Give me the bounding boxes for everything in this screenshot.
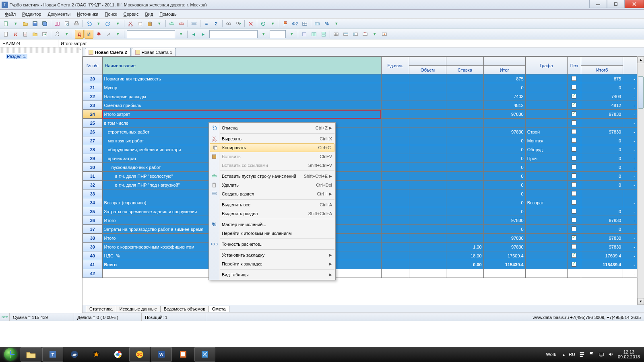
cell-itogb[interactable]: 0 bbox=[581, 154, 623, 163]
minimize-button[interactable] bbox=[589, 0, 607, 8]
equals-icon[interactable]: = bbox=[202, 19, 211, 28]
cell-last[interactable]: - bbox=[623, 243, 637, 251]
preview-icon[interactable] bbox=[62, 19, 71, 28]
cell-grafa[interactable] bbox=[525, 243, 567, 251]
maximize-button[interactable] bbox=[607, 0, 625, 8]
cell-itog[interactable]: 0 bbox=[483, 145, 525, 154]
tray-action-center-icon[interactable] bbox=[579, 352, 585, 357]
cell-last[interactable]: - bbox=[623, 136, 637, 145]
ctx-item-14[interactable]: %Мастер начислений... bbox=[209, 220, 335, 229]
col-grafa[interactable]: Графа bbox=[525, 57, 567, 74]
cell-rate[interactable] bbox=[446, 189, 483, 198]
sum-icon[interactable]: Σ bbox=[212, 19, 221, 28]
cell-ck[interactable] bbox=[567, 251, 581, 260]
cell-itogb[interactable] bbox=[581, 189, 623, 198]
cell-unit[interactable] bbox=[381, 74, 409, 83]
cell-vol[interactable] bbox=[409, 207, 446, 216]
ctx-item-7[interactable]: Вставить пустую строку начисленийShift+C… bbox=[209, 172, 335, 181]
cell-itog[interactable]: 0 bbox=[483, 163, 525, 172]
cell-itog[interactable] bbox=[483, 269, 525, 278]
taskbar-snip[interactable] bbox=[194, 347, 215, 362]
sheet-tab-1[interactable]: Исходные данные bbox=[116, 306, 161, 312]
row-num[interactable]: 37 bbox=[83, 225, 103, 234]
cell-grafa[interactable] bbox=[525, 225, 567, 234]
cell-grafa[interactable] bbox=[525, 101, 567, 110]
cell-vol[interactable] bbox=[409, 145, 446, 154]
cell-vol[interactable] bbox=[409, 251, 446, 260]
tray-network-icon[interactable] bbox=[599, 352, 604, 357]
phi2-icon[interactable]: Φ2 bbox=[291, 19, 299, 28]
cell-last[interactable]: - bbox=[623, 225, 637, 234]
cell-last[interactable]: - bbox=[623, 74, 637, 83]
cell-vol[interactable] bbox=[409, 225, 446, 234]
extra6-icon[interactable] bbox=[351, 30, 360, 39]
cell-itog[interactable]: 97830 bbox=[483, 110, 525, 119]
cell-rate[interactable] bbox=[446, 92, 483, 101]
combo3-dropdown[interactable]: ▾ bbox=[287, 30, 296, 39]
cell-last[interactable]: - bbox=[623, 207, 637, 216]
book-icon[interactable] bbox=[53, 19, 62, 28]
ctx-item-3[interactable]: КопироватьCtrl+C bbox=[210, 143, 334, 152]
cell-rate[interactable] bbox=[446, 101, 483, 110]
row-num[interactable]: 27 bbox=[83, 136, 103, 145]
taskbar-explorer[interactable] bbox=[21, 347, 41, 362]
cell-grafa[interactable]: Возврат bbox=[525, 198, 567, 207]
extra4-icon[interactable] bbox=[332, 30, 341, 39]
cell-ck[interactable] bbox=[567, 189, 581, 198]
ctx-item-17[interactable]: +0.0Точность расчетов... bbox=[209, 240, 335, 249]
col-unit[interactable]: Ед.изм. bbox=[381, 57, 409, 74]
menu-7[interactable]: Помощь bbox=[156, 11, 180, 17]
cell-itog[interactable] bbox=[483, 119, 525, 128]
ctx-item-19[interactable]: Установить закладку▶ bbox=[209, 251, 335, 259]
cell-grafa[interactable] bbox=[525, 110, 567, 119]
cell-name[interactable]: Итого затрат bbox=[102, 110, 381, 119]
cell-itog[interactable]: 97830 bbox=[483, 216, 525, 225]
cell-unit[interactable] bbox=[381, 216, 409, 225]
cell-ck[interactable] bbox=[567, 110, 581, 119]
cell-vol[interactable] bbox=[409, 198, 446, 207]
cell-ck[interactable] bbox=[567, 154, 581, 163]
doc-tab-0[interactable]: Новая Смета 2 bbox=[85, 48, 131, 56]
refresh-dropdown[interactable]: ▾ bbox=[268, 19, 277, 28]
cell-grafa[interactable] bbox=[525, 189, 567, 198]
cell-ck[interactable] bbox=[567, 74, 581, 83]
cell-name[interactable]: Сметная прибыль bbox=[102, 101, 381, 110]
row-num[interactable]: 22 bbox=[83, 92, 103, 101]
section-icon[interactable] bbox=[190, 19, 198, 28]
row-num[interactable]: 23 bbox=[83, 101, 103, 110]
save-all-icon[interactable] bbox=[40, 19, 49, 28]
menu-3[interactable]: Источники bbox=[74, 11, 101, 17]
row-num[interactable]: 30 bbox=[83, 163, 103, 172]
cell-grafa[interactable] bbox=[525, 251, 567, 260]
cell-rate[interactable] bbox=[446, 110, 483, 119]
cell-grafa[interactable] bbox=[525, 216, 567, 225]
cell-unit[interactable] bbox=[381, 110, 409, 119]
cell-vol[interactable] bbox=[409, 101, 446, 110]
taskbar-word[interactable]: W bbox=[151, 347, 172, 362]
cell-rate[interactable] bbox=[446, 207, 483, 216]
cell-grafa[interactable]: Строй bbox=[525, 128, 567, 136]
cell-itog[interactable]: 0 bbox=[483, 181, 525, 189]
scroll-up-icon[interactable]: ▲ bbox=[638, 56, 644, 63]
cell-rate[interactable] bbox=[446, 145, 483, 154]
cell-rate[interactable]: 0.00 bbox=[446, 260, 483, 269]
tray-clock[interactable]: 12:1309.02.2018 bbox=[618, 350, 640, 359]
ctx-item-9[interactable]: Создать разделCtrl+I▶ bbox=[209, 189, 335, 198]
cell-unit[interactable] bbox=[381, 136, 409, 145]
cell-ck[interactable] bbox=[567, 216, 581, 225]
cell-itog[interactable]: 7403 bbox=[483, 92, 525, 101]
delete-icon[interactable] bbox=[246, 19, 255, 28]
percent-icon[interactable]: % bbox=[322, 19, 331, 28]
row-num[interactable]: 33 bbox=[83, 189, 103, 198]
scroll-down-icon[interactable]: ▼ bbox=[638, 298, 644, 305]
close-button[interactable] bbox=[625, 0, 644, 8]
open-icon[interactable] bbox=[21, 19, 30, 28]
cell-grafa[interactable] bbox=[525, 172, 567, 181]
cell-itogb[interactable] bbox=[581, 269, 623, 278]
ctx-item-20[interactable]: Перейти к закладке▶ bbox=[209, 259, 335, 268]
row-num[interactable]: 20 bbox=[83, 74, 103, 83]
cell-grafa[interactable] bbox=[525, 92, 567, 101]
table-icon[interactable] bbox=[300, 19, 309, 28]
cell-last[interactable]: - bbox=[623, 163, 637, 172]
cell-ck[interactable] bbox=[567, 243, 581, 251]
